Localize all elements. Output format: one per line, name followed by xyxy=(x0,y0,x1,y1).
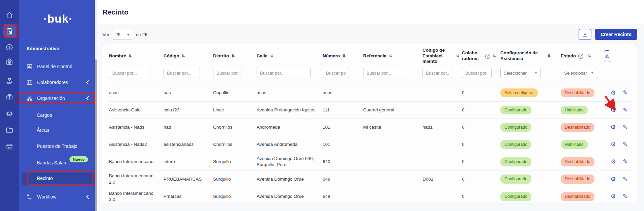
brand-logo: ·buk· xyxy=(19,12,97,25)
help-icon[interactable]: ? xyxy=(578,54,583,59)
sort-icon[interactable]: ⇅ xyxy=(270,54,273,58)
gear-icon[interactable]: ⚙ xyxy=(611,193,616,200)
pencil-icon[interactable]: ✎ xyxy=(623,193,627,200)
filter-input-codigo[interactable] xyxy=(164,68,200,78)
workflow-icon xyxy=(26,194,33,200)
chevron-left-icon xyxy=(86,195,89,199)
sidebar-item-label: Áreas xyxy=(37,127,49,133)
gear-icon[interactable]: ⚙ xyxy=(611,141,616,148)
gear-icon[interactable]: ⚙ xyxy=(611,107,616,113)
table-row: Asistencia - Nads2 asistencianads Chorri… xyxy=(109,136,632,153)
estado-badge: Deshabilitado xyxy=(561,88,594,98)
config-status-badge: Configurado xyxy=(500,157,531,166)
filter-input-codigo-establecimiento[interactable] xyxy=(422,68,452,78)
cell-nombre: Asistencia - Nads2 xyxy=(109,141,164,148)
hand-heart-icon[interactable] xyxy=(5,77,13,85)
sidebar-item-workflow[interactable]: Workflow xyxy=(19,191,97,203)
sidebar-section-label: Administrativo xyxy=(26,46,59,51)
filter-select-configuracion[interactable]: Seleccionar▼ xyxy=(500,68,541,78)
chevron-down-icon: ▼ xyxy=(126,33,130,36)
chevron-down-icon: ▼ xyxy=(534,71,537,75)
sidebar-item-label: Workflow xyxy=(37,194,56,200)
cell-codigo: asistencianads xyxy=(164,141,213,148)
sort-icon[interactable]: ⇅ xyxy=(231,54,235,58)
cell-distrito: Surquillo xyxy=(213,159,257,165)
gear-icon[interactable]: ⚙ xyxy=(611,176,616,182)
column-header-numero: Número xyxy=(323,53,340,59)
storefront-icon[interactable] xyxy=(5,142,13,151)
gear-icon[interactable]: ⚙ xyxy=(611,90,616,96)
bag-clock-icon[interactable] xyxy=(5,58,13,66)
page-size-value: 25 xyxy=(115,32,120,37)
pencil-icon[interactable]: ✎ xyxy=(623,159,627,165)
filter-input-colaboradores[interactable] xyxy=(462,68,492,78)
sidebar-item-cargos[interactable]: Cargos xyxy=(19,109,97,121)
sort-icon[interactable]: ⇅ xyxy=(547,54,551,58)
sort-icon[interactable]: ⇅ xyxy=(493,54,496,58)
folder-icon[interactable] xyxy=(5,126,13,134)
sort-icon[interactable]: ⇅ xyxy=(182,54,185,58)
table-row: asas aas Copallin asas asas 0 Falta conf… xyxy=(109,84,632,101)
graduation-cap-icon[interactable] xyxy=(5,110,13,118)
filter-input-calle[interactable] xyxy=(257,68,311,78)
sort-icon[interactable]: ⇅ xyxy=(389,54,392,58)
cell-referencia: Mi casita xyxy=(363,124,422,130)
cell-numero: 640 xyxy=(323,159,363,165)
pencil-icon[interactable]: ✎ xyxy=(623,90,627,96)
filter-input-referencia[interactable] xyxy=(363,68,405,78)
filter-select-estado[interactable]: Seleccionar▼ xyxy=(561,68,597,78)
gift-icon[interactable] xyxy=(5,93,13,101)
chevron-down-icon: ▼ xyxy=(591,71,594,75)
pencil-icon[interactable]: ✎ xyxy=(623,141,627,148)
gear-icon[interactable]: ⚙ xyxy=(611,124,616,130)
cell-codigo: Pmarcas xyxy=(164,193,213,200)
cell-nombre: Banco Interamericano xyxy=(109,159,164,165)
table-row: Asistencia - Nads nad Chorrillos Androme… xyxy=(109,118,632,136)
sort-icon[interactable]: ⇅ xyxy=(342,54,346,58)
sort-icon[interactable]: ⇅ xyxy=(588,54,591,58)
coin-icon[interactable]: $ xyxy=(5,43,13,51)
config-status-badge: Configurado xyxy=(500,140,531,149)
cell-distrito: Lince xyxy=(213,107,257,113)
config-status-badge: Configurado xyxy=(500,175,531,184)
nuevo-badge: Nuevo xyxy=(69,156,88,162)
filter-input-distrito[interactable] xyxy=(213,68,241,78)
pencil-icon[interactable]: ✎ xyxy=(623,124,627,130)
pencil-icon[interactable]: ✎ xyxy=(623,107,627,113)
column-header-configuracion-asistencia: Configuración de Asistencia xyxy=(500,50,545,62)
sidebar-item-puestos-de-trabajo[interactable]: Puestos de Trabajo xyxy=(19,140,97,152)
sidebar-item-colaboradores[interactable]: Colaboradores xyxy=(19,77,97,88)
create-recinto-button[interactable]: Crear Recinto xyxy=(595,29,637,40)
ver-label: Ver xyxy=(103,32,109,37)
column-settings-button[interactable] xyxy=(604,50,610,62)
sidebar-item-organizacion[interactable]: Organización xyxy=(19,93,97,104)
filter-input-nombre[interactable] xyxy=(109,68,149,78)
download-button[interactable] xyxy=(579,29,591,40)
sort-icon[interactable]: ⇅ xyxy=(128,54,132,58)
clipboard-clock-icon[interactable] xyxy=(5,27,13,35)
sidebar-item-areas[interactable]: Áreas xyxy=(19,124,97,136)
sidebar-item-recinto[interactable]: Recinto xyxy=(22,173,94,185)
app-rail: $ xyxy=(0,0,19,211)
help-icon[interactable]: ? xyxy=(485,54,490,59)
home-icon[interactable] xyxy=(5,11,13,19)
pencil-icon[interactable]: ✎ xyxy=(623,176,627,182)
sort-icon[interactable]: ⇅ xyxy=(456,54,459,58)
sidebar-item-bandas-salariales[interactable]: Bandas Salari... Nuevo xyxy=(19,157,97,168)
estado-badge: Habilitado xyxy=(561,140,588,149)
recinto-table-card: Nombre⇅ Código⇅ Distrito⇅ Calle⇅ Número⇅… xyxy=(102,44,637,204)
cell-codigo-establecimiento: nad1 xyxy=(422,124,462,130)
cell-colaboradores: 0 xyxy=(462,193,500,200)
config-status-badge: Falta configurar xyxy=(500,88,538,98)
cell-calle: Avenida Prolongación Iquitos xyxy=(257,107,323,113)
table-header-row: Nombre⇅ Código⇅ Distrito⇅ Calle⇅ Número⇅… xyxy=(109,44,632,68)
sidebar-item-label: Puestos de Trabajo xyxy=(37,143,78,149)
sidebar-item-panel-de-control[interactable]: Panel de Control xyxy=(19,61,97,72)
gear-icon[interactable]: ⚙ xyxy=(611,159,616,165)
column-header-distrito: Distrito xyxy=(213,53,229,59)
sidebar-item-label: Cargos xyxy=(37,112,52,118)
sidebar-scrollbar[interactable] xyxy=(95,59,97,211)
column-header-estado: Estado xyxy=(561,53,576,59)
filter-input-numero[interactable] xyxy=(323,68,349,78)
page-size-select[interactable]: 25 ▼ xyxy=(112,30,133,39)
